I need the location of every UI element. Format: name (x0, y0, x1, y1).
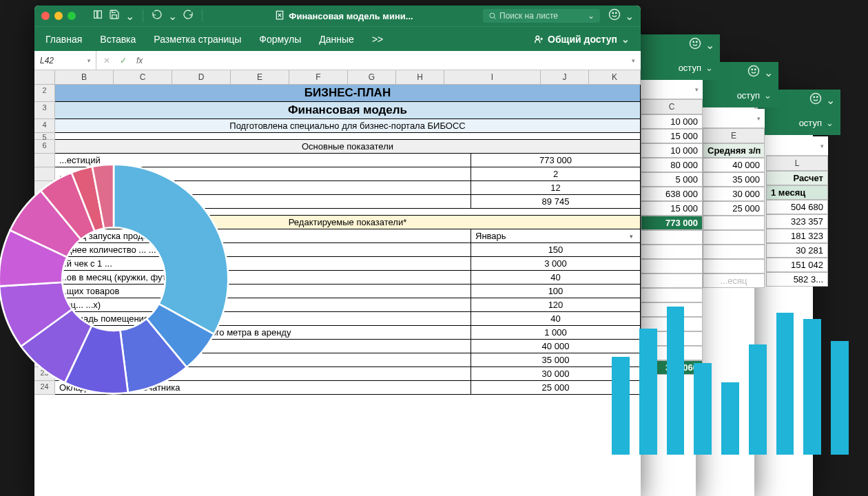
cell[interactable]: 35 000 (703, 172, 765, 187)
title-business-plan[interactable]: БИЗНЕС-ПЛАН (55, 85, 641, 102)
cell[interactable]: 15 000 (641, 201, 703, 216)
indicator-value[interactable]: 12 (471, 181, 641, 195)
close-button[interactable] (41, 12, 50, 20)
cell[interactable]: 30 281 (766, 243, 828, 258)
cell[interactable] (641, 245, 703, 259)
column-header[interactable]: J (541, 70, 589, 84)
cell[interactable] (703, 216, 765, 230)
cell[interactable]: 323 357 (766, 214, 828, 229)
cell[interactable]: 10 000 (641, 114, 703, 129)
svg-point-13 (610, 10, 620, 20)
share-label[interactable]: оступ (799, 118, 822, 128)
chevron-down-icon[interactable]: ⌄ (125, 10, 134, 23)
column-header[interactable]: K (589, 70, 641, 84)
chevron-down-icon[interactable]: ⌄ (705, 63, 713, 73)
chevron-down-icon[interactable]: ⌄ (168, 10, 177, 23)
cancel-icon[interactable]: ✕ (103, 56, 110, 65)
column-header[interactable]: H (396, 70, 444, 84)
enter-icon[interactable]: ✓ (120, 56, 127, 65)
cell[interactable] (641, 230, 703, 245)
name-box[interactable]: L42 ▾ (34, 51, 96, 70)
tab-home[interactable]: Главная (45, 34, 82, 45)
launch-month-dropdown[interactable]: Январь ▾ (471, 229, 641, 243)
cell[interactable]: 80 000 (641, 158, 703, 172)
subtitle[interactable]: Подготовлена специально для бизнес-порта… (55, 119, 641, 133)
column-header[interactable]: F (289, 70, 348, 84)
cell[interactable]: ...есяц (703, 273, 765, 288)
tab-formulas[interactable]: Формулы (259, 34, 301, 45)
cell[interactable]: 30 000 (703, 187, 765, 201)
bar (639, 329, 657, 455)
indicator-value[interactable]: 2 (471, 167, 641, 181)
column-header[interactable]: E (231, 70, 289, 84)
cell[interactable]: 5 000 (641, 172, 703, 187)
column-header[interactable]: E (703, 128, 765, 143)
total-cell[interactable]: 773 000 (641, 216, 703, 230)
share-button[interactable]: Общий доступ ⌄ (534, 34, 630, 45)
maximize-button[interactable] (68, 12, 76, 20)
cell[interactable]: 582 3... (766, 272, 828, 287)
donut-chart (0, 158, 234, 400)
chevron-down-icon[interactable]: ⌄ (588, 11, 595, 21)
column-header[interactable]: C (114, 70, 172, 84)
cell[interactable]: 638 000 (641, 187, 703, 201)
cell[interactable] (703, 230, 765, 245)
chevron-down-icon[interactable]: ▾ (632, 57, 641, 64)
chevron-down-icon[interactable]: ⌄ (764, 90, 772, 101)
param-value[interactable]: 40 (471, 271, 641, 285)
column-header[interactable]: C (641, 99, 703, 114)
fx-label[interactable]: fx (136, 56, 143, 65)
svg-point-16 (536, 36, 539, 39)
cell[interactable]: Средняя з/п (703, 143, 765, 158)
cell[interactable]: 504 680 (766, 200, 828, 214)
minimize-button[interactable] (54, 12, 63, 20)
cell[interactable]: Расчет (766, 171, 828, 185)
indicator-value[interactable]: 89 745 (471, 195, 641, 209)
cell[interactable]: 10 000 (641, 143, 703, 158)
cell[interactable] (703, 259, 765, 273)
column-header[interactable]: D (172, 70, 231, 84)
chevron-down-icon[interactable]: ⌄ (705, 39, 714, 52)
column-header[interactable]: L (766, 156, 828, 171)
chevron-down-icon[interactable]: ⌄ (764, 66, 773, 79)
search-input[interactable]: Поиск на листе ⌄ (483, 9, 600, 23)
section-main-indicators[interactable]: Основные показатели (55, 140, 641, 154)
home-icon[interactable] (92, 9, 103, 23)
chevron-down-icon[interactable]: ⌄ (826, 118, 834, 128)
chevron-down-icon[interactable]: ▾ (87, 57, 90, 64)
cell[interactable]: 40 000 (703, 158, 765, 172)
param-value[interactable]: 3 000 (471, 257, 641, 271)
tabs-more[interactable]: >> (372, 34, 383, 45)
title-fin-model[interactable]: Финансовая модель (55, 102, 641, 119)
cell[interactable] (641, 273, 703, 288)
chevron-down-icon[interactable]: ⌄ (625, 10, 634, 23)
cell[interactable] (703, 245, 765, 259)
redo-icon[interactable] (183, 9, 194, 23)
formula-input[interactable] (149, 51, 632, 70)
svg-rect-9 (94, 11, 97, 19)
save-icon[interactable] (109, 9, 120, 23)
column-header[interactable]: I (444, 70, 541, 84)
cell[interactable] (641, 259, 703, 273)
undo-icon[interactable] (152, 9, 163, 23)
smiley-icon[interactable] (747, 65, 760, 80)
indicator-value[interactable]: 773 000 (471, 154, 641, 167)
share-label[interactable]: оступ (737, 90, 760, 101)
cell[interactable]: 151 042 (766, 258, 828, 272)
tab-insert[interactable]: Вставка (100, 34, 136, 45)
smiley-icon[interactable] (689, 37, 701, 52)
chevron-down-icon[interactable]: ▾ (630, 233, 636, 240)
smiley-icon[interactable] (608, 8, 621, 23)
column-header[interactable]: G (348, 70, 396, 84)
share-label[interactable]: оступ (679, 63, 701, 73)
cell[interactable]: 25 000 (703, 201, 765, 216)
cell[interactable]: 15 000 (641, 129, 703, 143)
chevron-down-icon[interactable]: ⌄ (826, 94, 835, 107)
column-header[interactable]: B (55, 70, 114, 84)
cell[interactable]: 181 323 (766, 229, 828, 243)
cell[interactable]: 1 месяц (766, 185, 828, 200)
tab-pagelayout[interactable]: Разметка страницы (154, 34, 241, 45)
param-value[interactable]: 150 (471, 243, 641, 257)
tab-data[interactable]: Данные (319, 34, 354, 45)
smiley-icon[interactable] (809, 92, 822, 107)
